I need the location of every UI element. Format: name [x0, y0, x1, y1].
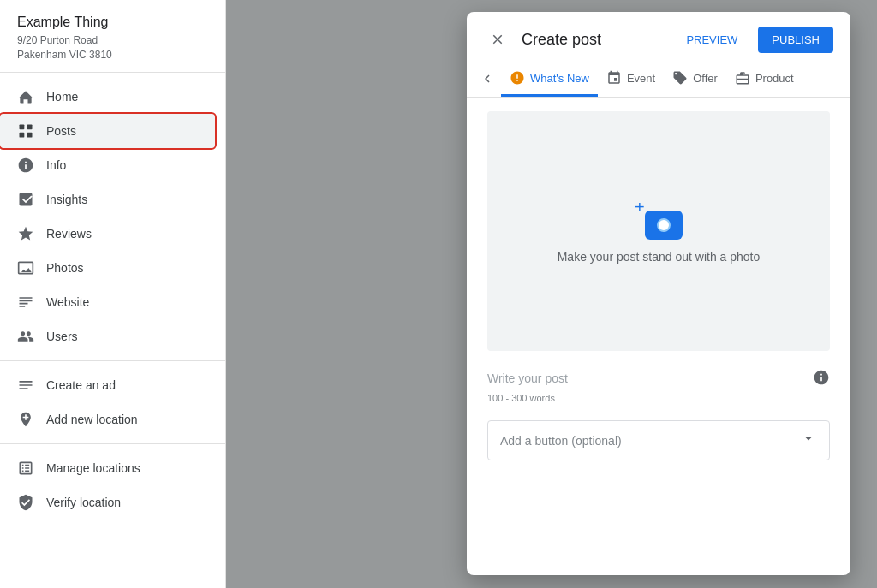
sidebar-item-verify-location[interactable]: Verify location	[0, 485, 218, 520]
svg-rect-1	[27, 125, 33, 130]
users-icon	[17, 328, 34, 345]
modal-close-button[interactable]	[484, 26, 511, 53]
modal-body: + Make your post stand out with a photo …	[467, 98, 850, 575]
modal-header: Create post PREVIEW PUBLISH	[467, 12, 850, 53]
home-icon	[17, 88, 34, 105]
sidebar-item-add-location-label: Add new location	[46, 413, 138, 426]
modal-title: Create post	[522, 31, 665, 49]
sidebar-item-users[interactable]: Users	[0, 319, 218, 353]
sidebar-item-reviews-label: Reviews	[46, 227, 92, 241]
post-text-input[interactable]	[487, 368, 813, 389]
sidebar-item-website[interactable]: Website	[0, 285, 218, 319]
posts-icon	[17, 122, 34, 140]
post-input-row	[487, 368, 830, 389]
add-button-optional-label: Add a button (optional)	[500, 434, 622, 448]
sidebar-item-verify-location-label: Verify location	[46, 496, 121, 509]
post-word-count: 100 - 300 words	[487, 393, 830, 403]
insights-icon	[17, 191, 34, 208]
verify-icon	[17, 494, 34, 511]
sidebar-nav: Home Posts Info Insights	[0, 73, 225, 588]
camera-plus-icon: +	[635, 199, 645, 216]
sidebar-item-reviews[interactable]: Reviews	[0, 217, 218, 251]
sidebar-item-photos-label: Photos	[46, 261, 84, 275]
tab-event-label: Event	[627, 72, 655, 85]
product-icon	[735, 70, 750, 86]
sidebar-item-info-label: Info	[46, 158, 66, 172]
tab-bar: What's New Event Offer Product	[467, 60, 850, 98]
manage-locations-icon	[17, 460, 34, 477]
camera-icon-container: +	[635, 199, 683, 240]
sidebar-item-users-label: Users	[46, 330, 78, 343]
svg-rect-0	[20, 125, 25, 130]
post-write-section: 100 - 300 words	[487, 368, 830, 403]
info-icon	[17, 157, 34, 174]
photo-upload-area[interactable]: + Make your post stand out with a photo	[487, 111, 830, 351]
add-location-icon	[17, 411, 34, 428]
sidebar-item-home-label: Home	[46, 90, 78, 104]
svg-rect-3	[27, 133, 33, 138]
sidebar-item-manage-locations[interactable]: Manage locations	[0, 451, 218, 485]
tab-offer[interactable]: Offer	[664, 60, 726, 97]
tab-event[interactable]: Event	[598, 60, 664, 97]
photos-icon	[17, 259, 34, 276]
business-address: 9/20 Purton Road Pakenham VIC 3810	[17, 33, 208, 62]
sidebar-item-add-location[interactable]: Add new location	[0, 402, 218, 437]
sidebar: Example Thing 9/20 Purton Road Pakenham …	[0, 0, 226, 588]
tab-prev-button[interactable]	[474, 65, 501, 92]
website-icon	[17, 294, 34, 311]
event-calendar-icon	[606, 70, 622, 86]
camera-lens-icon	[657, 218, 671, 232]
photo-upload-prompt: Make your post stand out with a photo	[558, 250, 761, 264]
tab-product-label: Product	[755, 72, 794, 85]
whats-new-alert-icon	[510, 70, 525, 86]
sidebar-item-create-ad-label: Create an ad	[46, 378, 116, 392]
preview-button[interactable]: PREVIEW	[676, 27, 748, 53]
dropdown-arrow-icon	[800, 430, 817, 451]
sidebar-item-website-label: Website	[46, 295, 89, 309]
sidebar-item-photos[interactable]: Photos	[0, 251, 218, 285]
offer-tag-icon	[672, 70, 688, 86]
nav-divider-2	[0, 443, 225, 444]
camera-body-icon	[645, 211, 683, 240]
add-button-optional[interactable]: Add a button (optional)	[487, 420, 830, 460]
sidebar-item-home[interactable]: Home	[0, 80, 218, 114]
svg-rect-2	[20, 133, 25, 138]
sidebar-item-info[interactable]: Info	[0, 148, 218, 182]
tab-product[interactable]: Product	[726, 60, 802, 97]
sidebar-item-posts-label: Posts	[46, 124, 76, 138]
publish-button[interactable]: PUBLISH	[758, 27, 833, 53]
star-icon	[17, 225, 34, 242]
sidebar-item-manage-locations-label: Manage locations	[46, 461, 140, 475]
create-post-modal: Create post PREVIEW PUBLISH What's New E…	[467, 12, 850, 575]
nav-divider	[0, 360, 225, 361]
tab-whats-new[interactable]: What's New	[501, 60, 598, 97]
post-info-icon[interactable]	[813, 369, 830, 389]
sidebar-item-insights-label: Insights	[46, 193, 87, 206]
business-name: Example Thing	[17, 14, 208, 32]
tab-whats-new-label: What's New	[530, 72, 589, 85]
sidebar-item-create-ad[interactable]: Create an ad	[0, 368, 218, 402]
sidebar-item-posts[interactable]: Posts	[0, 114, 215, 148]
sidebar-item-insights[interactable]: Insights	[0, 182, 218, 217]
ad-icon	[17, 377, 34, 394]
sidebar-header: Example Thing 9/20 Purton Road Pakenham …	[0, 0, 225, 73]
tab-offer-label: Offer	[693, 72, 718, 85]
